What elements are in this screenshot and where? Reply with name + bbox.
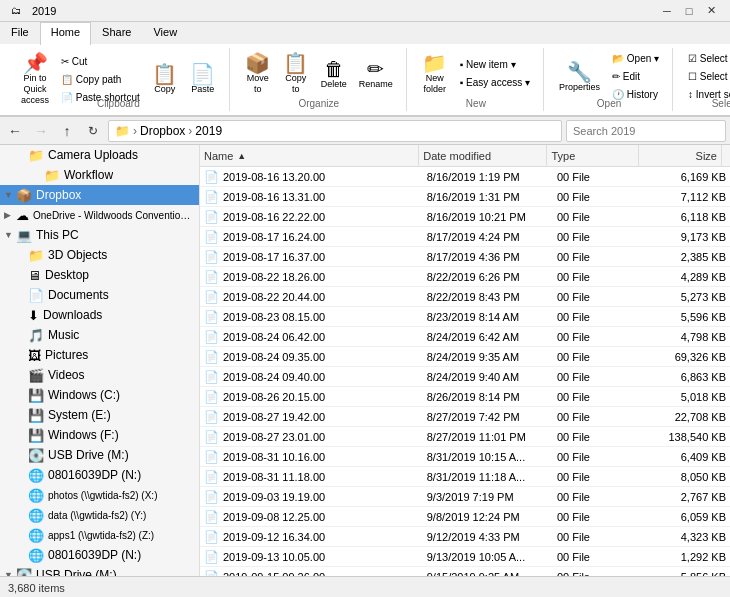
up-button[interactable]: ↑ — [56, 120, 78, 142]
table-row[interactable]: 📄 2019-08-26 20.15.00 8/26/2019 8:14 PM … — [200, 387, 730, 407]
table-row[interactable]: 📄 2019-09-13 10.05.00 9/13/2019 10:05 A.… — [200, 547, 730, 567]
delete-button[interactable]: 🗑 Delete — [316, 56, 352, 92]
sidebar-label: Camera Uploads — [48, 148, 138, 162]
table-row[interactable]: 📄 2019-08-16 22.22.00 8/16/2019 10:21 PM… — [200, 207, 730, 227]
tab-share[interactable]: Share — [91, 22, 142, 44]
new-label: New — [466, 98, 486, 109]
col-header-date[interactable]: Date modified — [419, 145, 547, 166]
file-size-cell: 9,173 KB — [646, 231, 730, 243]
move-to-button[interactable]: 📦 Moveto — [240, 50, 276, 98]
refresh-button[interactable]: ↻ — [82, 120, 104, 142]
search-input[interactable] — [566, 120, 726, 142]
table-row[interactable]: 📄 2019-08-16 13.31.00 8/16/2019 1:31 PM … — [200, 187, 730, 207]
col-header-name[interactable]: Name ▲ — [200, 145, 419, 166]
sidebar-item-system-e[interactable]: 💾 System (E:) — [0, 405, 199, 425]
table-row[interactable]: 📄 2019-08-27 23.01.00 8/27/2019 11:01 PM… — [200, 427, 730, 447]
file-size-cell: 6,409 KB — [646, 451, 730, 463]
tab-view[interactable]: View — [142, 22, 188, 44]
copy-path-button[interactable]: 📋 Copy path — [56, 71, 145, 88]
back-button[interactable]: ← — [4, 120, 26, 142]
table-row[interactable]: 📄 2019-08-22 18.26.00 8/22/2019 6:26 PM … — [200, 267, 730, 287]
properties-button[interactable]: 🔧 Properties — [554, 59, 605, 95]
edit-button[interactable]: ✏ Edit — [607, 68, 664, 85]
new-item-button[interactable]: ▪ New item ▾ — [455, 56, 535, 73]
rename-label: Rename — [359, 79, 393, 89]
sidebar-item-windows-c[interactable]: 💾 Windows (C:) — [0, 385, 199, 405]
file-name-cell: 📄 2019-08-23 08.15.00 — [200, 310, 423, 324]
ribbon-group-clipboard: 📌 Pin to Quickaccess ✂ Cut 📋 Copy path 📄… — [8, 48, 230, 111]
sidebar-item-dropbox[interactable]: ▼ 📦 Dropbox — [0, 185, 199, 205]
sidebar-label: Documents — [48, 288, 109, 302]
copy-button[interactable]: 📋 Copy — [147, 61, 183, 97]
paste-button[interactable]: 📄 Paste — [185, 61, 221, 97]
sidebar-item-08016039dp-n2[interactable]: 🌐 08016039DP (N:) — [0, 545, 199, 565]
sidebar-item-desktop[interactable]: 🖥 Desktop — [0, 265, 199, 285]
table-row[interactable]: 📄 2019-08-24 06.42.00 8/24/2019 6:42 AM … — [200, 327, 730, 347]
sidebar-item-3d-objects[interactable]: 📁 3D Objects — [0, 245, 199, 265]
file-name-cell: 📄 2019-08-31 10.16.00 — [200, 450, 423, 464]
maximize-button[interactable]: □ — [678, 0, 700, 22]
table-row[interactable]: 📄 2019-08-31 11.18.00 8/31/2019 11:18 A.… — [200, 467, 730, 487]
sidebar-item-pictures[interactable]: 🖼 Pictures — [0, 345, 199, 365]
table-row[interactable]: 📄 2019-09-15 09.26.00 9/15/2019 9:25 AM … — [200, 567, 730, 576]
sidebar-item-music[interactable]: 🎵 Music — [0, 325, 199, 345]
title-bar-controls[interactable]: 🗂 — [8, 3, 24, 19]
sidebar-item-camera-uploads[interactable]: 📁 Camera Uploads — [0, 145, 199, 165]
table-row[interactable]: 📄 2019-08-31 10.16.00 8/31/2019 10:15 A.… — [200, 447, 730, 467]
copy-to-button[interactable]: 📋 Copyto — [278, 50, 314, 98]
sidebar-item-onedrive[interactable]: ▶ ☁ OneDrive - Wildwoods Convention Cent… — [0, 205, 199, 225]
table-row[interactable]: 📄 2019-08-27 19.42.00 8/27/2019 7:42 PM … — [200, 407, 730, 427]
col-header-type[interactable]: Type — [547, 145, 639, 166]
file-type-cell: 00 File — [553, 491, 646, 503]
file-size-cell: 6,863 KB — [646, 371, 730, 383]
file-icon: 📄 — [204, 410, 219, 424]
easy-access-button[interactable]: ▪ Easy access ▾ — [455, 74, 535, 91]
file-date-cell: 8/31/2019 11:18 A... — [423, 471, 553, 483]
sidebar-item-this-pc[interactable]: ▼ 💻 This PC — [0, 225, 199, 245]
file-icon: 📄 — [204, 210, 219, 224]
sidebar-item-usb-drive-m[interactable]: 💽 USB Drive (M:) — [0, 445, 199, 465]
select-all-button[interactable]: ☑ Select all — [683, 50, 730, 67]
sidebar-item-videos[interactable]: 🎬 Videos — [0, 365, 199, 385]
sidebar-item-08016039dp-n[interactable]: 🌐 08016039DP (N:) — [0, 465, 199, 485]
minimize-button[interactable]: ─ — [656, 0, 678, 22]
tab-file[interactable]: File — [0, 22, 40, 44]
sidebar-item-photos-gwtida[interactable]: 🌐 photos (\\gwtida-fs2) (X:) — [0, 485, 199, 505]
close-button[interactable]: ✕ — [700, 0, 722, 22]
sidebar-item-workflow[interactable]: 📁 Workflow — [0, 165, 199, 185]
sidebar-item-windows-f[interactable]: 💾 Windows (F:) — [0, 425, 199, 445]
table-row[interactable]: 📄 2019-08-17 16.37.00 8/17/2019 4:36 PM … — [200, 247, 730, 267]
path-segment-2019[interactable]: 2019 — [195, 124, 222, 138]
sidebar-item-documents[interactable]: 📄 Documents — [0, 285, 199, 305]
pin-quick-access-button[interactable]: 📌 Pin to Quickaccess — [16, 50, 54, 108]
table-row[interactable]: 📄 2019-08-17 16.24.00 8/17/2019 4:24 PM … — [200, 227, 730, 247]
sidebar-item-apps1-gwtida[interactable]: 🌐 apps1 (\\gwtida-fs2) (Z:) — [0, 525, 199, 545]
col-header-size[interactable]: Size — [639, 145, 722, 166]
open-button[interactable]: 📂 Open ▾ — [607, 50, 664, 67]
expand-arrow: ▼ — [4, 230, 14, 240]
path-segment-dropbox[interactable]: Dropbox — [140, 124, 185, 138]
file-icon: 📄 — [204, 310, 219, 324]
forward-button[interactable]: → — [30, 120, 52, 142]
sidebar-item-downloads[interactable]: ⬇ Downloads — [0, 305, 199, 325]
select-none-button[interactable]: ☐ Select none — [683, 68, 730, 85]
table-row[interactable]: 📄 2019-09-12 16.34.00 9/12/2019 4:33 PM … — [200, 527, 730, 547]
address-path[interactable]: 📁 › Dropbox › 2019 — [108, 120, 562, 142]
table-row[interactable]: 📄 2019-09-03 19.19.00 9/3/2019 7:19 PM 0… — [200, 487, 730, 507]
new-folder-button[interactable]: 📁 Newfolder — [417, 50, 453, 98]
table-row[interactable]: 📄 2019-08-24 09.40.00 8/24/2019 9:40 AM … — [200, 367, 730, 387]
copy-icon: 📋 — [152, 64, 177, 84]
rename-button[interactable]: ✏ Rename — [354, 56, 398, 92]
sidebar-item-usb-drive-m2[interactable]: ▼ 💽 USB Drive (M:) — [0, 565, 199, 576]
tab-home[interactable]: Home — [40, 22, 91, 45]
table-row[interactable]: 📄 2019-08-24 09.35.00 8/24/2019 9:35 AM … — [200, 347, 730, 367]
cut-button[interactable]: ✂ Cut — [56, 53, 145, 70]
table-row[interactable]: 📄 2019-08-23 08.15.00 8/23/2019 8:14 AM … — [200, 307, 730, 327]
file-date-cell: 8/22/2019 6:26 PM — [423, 271, 553, 283]
sidebar-item-data-gwtida[interactable]: 🌐 data (\\gwtida-fs2) (Y:) — [0, 505, 199, 525]
table-row[interactable]: 📄 2019-08-16 13.20.00 8/16/2019 1:19 PM … — [200, 167, 730, 187]
file-name: 2019-08-17 16.24.00 — [223, 231, 325, 243]
table-row[interactable]: 📄 2019-08-22 20.44.00 8/22/2019 8:43 PM … — [200, 287, 730, 307]
file-type-cell: 00 File — [553, 251, 646, 263]
table-row[interactable]: 📄 2019-09-08 12.25.00 9/8/2019 12:24 PM … — [200, 507, 730, 527]
